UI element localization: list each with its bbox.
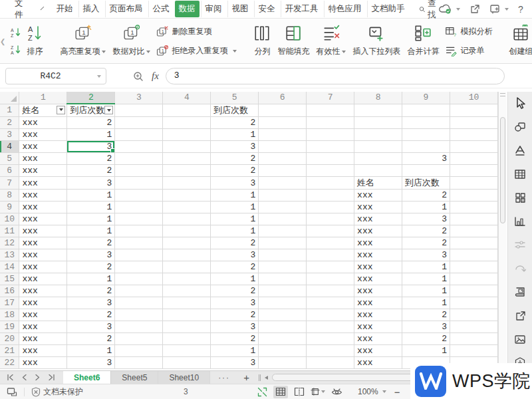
cell-R19C9[interactable]: 3 [402, 321, 450, 333]
share-button[interactable] [469, 4, 480, 14]
cell-R19C1[interactable]: xxx [19, 321, 67, 333]
row-header-17[interactable]: 17 [0, 297, 19, 309]
cell-R7C6[interactable] [259, 177, 307, 190]
cell-R8C4[interactable] [163, 190, 211, 201]
cell-R8C10[interactable] [450, 190, 498, 201]
cell-R17C5[interactable]: 3 [211, 297, 259, 309]
cell-R4C1[interactable]: xxx [19, 141, 67, 153]
cell-R15C2[interactable]: 1 [67, 273, 115, 285]
cell-R12C5[interactable]: 2 [211, 237, 259, 249]
row-header-3[interactable]: 3 [0, 129, 19, 141]
insert-pivot-button[interactable] [512, 190, 528, 205]
row-header-19[interactable]: 19 [0, 321, 19, 333]
cell-R19C6[interactable] [259, 321, 307, 333]
cell-R17C6[interactable] [259, 297, 307, 309]
menu-tab-开始[interactable]: 开始 [53, 1, 77, 17]
menu-tab-视图[interactable]: 视图 [227, 1, 253, 17]
select-cursor-button[interactable] [512, 96, 528, 111]
cell-R10C5[interactable]: 1 [211, 213, 259, 225]
insert-image-button[interactable] [512, 332, 528, 347]
cell-R5C8[interactable] [354, 153, 402, 165]
cell-R3C2[interactable]: 1 [67, 129, 115, 141]
cell-R13C6[interactable] [259, 249, 307, 261]
data-compare-button[interactable]: 1 数据对比 [109, 22, 154, 61]
cell-R17C7[interactable] [307, 297, 354, 309]
cell-R13C10[interactable] [450, 249, 498, 261]
cell-R21C6[interactable] [259, 345, 307, 357]
column-header-9[interactable]: 9 [402, 92, 450, 104]
cell-R7C9[interactable]: 到店次数 [402, 177, 450, 190]
vertical-scrollbar[interactable] [498, 92, 507, 370]
cell-R5C7[interactable] [307, 153, 354, 165]
cell-R2C3[interactable] [115, 117, 163, 129]
cell-R19C5[interactable]: 3 [211, 321, 259, 333]
cell-R6C7[interactable] [307, 165, 354, 177]
cell-R11C5[interactable]: 1 [211, 225, 259, 237]
menu-tab-特色应用[interactable]: 特色应用 [324, 1, 366, 17]
cell-R20C1[interactable]: xxx [19, 333, 67, 345]
sort-button[interactable]: A Z 排序 [23, 22, 46, 61]
row-header-10[interactable]: 10 [0, 213, 19, 225]
record-form-button[interactable]: 记录单 [442, 44, 495, 58]
cell-R3C7[interactable] [307, 129, 354, 141]
highlight-duplicates-button[interactable]: 1 高亮重复项 [57, 22, 109, 61]
remove-duplicates-button[interactable]: 1 删除重复项 [154, 25, 239, 39]
select-all-corner[interactable] [0, 92, 19, 104]
cell-R17C8[interactable]: xxx [354, 297, 402, 309]
consolidate-button[interactable]: 合并计算 [404, 22, 442, 61]
cell-R14C7[interactable] [307, 261, 354, 273]
prev-sheet-icon[interactable] [22, 374, 27, 380]
horizontal-scrollbar[interactable] [272, 374, 415, 381]
menu-tab-数据[interactable]: 数据 [175, 1, 200, 17]
menu-tab-公式[interactable]: 公式 [148, 1, 174, 17]
cell-R4C8[interactable] [354, 141, 402, 153]
column-header-3[interactable]: 3 [115, 92, 163, 104]
fullscreen-view-button[interactable] [255, 386, 269, 398]
sort-az-icon[interactable]: A Z [11, 27, 22, 38]
cell-R1C4[interactable] [163, 104, 211, 117]
zoom-level[interactable]: 100% [358, 387, 378, 396]
cell-R20C7[interactable] [307, 333, 354, 345]
cell-R21C10[interactable] [450, 345, 498, 357]
cell-R21C2[interactable]: 1 [67, 345, 115, 357]
cell-R5C1[interactable]: xxx [19, 153, 67, 165]
cell-R11C9[interactable]: 2 [402, 225, 450, 237]
cell-R22C4[interactable] [163, 357, 211, 369]
insert-dropdown-list-button[interactable]: 插入下拉列表 [349, 22, 404, 61]
column-header-10[interactable]: 10 [450, 92, 498, 104]
cell-R2C5[interactable]: 2 [211, 117, 259, 129]
cell-R12C2[interactable]: 2 [67, 237, 115, 249]
cell-R20C2[interactable]: 2 [67, 333, 115, 345]
cell-R1C1[interactable]: 姓名 [19, 104, 67, 117]
row-header-13[interactable]: 13 [0, 249, 19, 261]
cell-R12C6[interactable] [259, 237, 307, 249]
cell-R15C1[interactable]: xxx [19, 273, 67, 285]
cell-R22C8[interactable]: xxx [354, 357, 402, 369]
chevron-down-icon[interactable] [40, 6, 44, 10]
sheet-tab-Sheet5[interactable]: Sheet5 [111, 371, 158, 384]
cell-R20C10[interactable] [450, 333, 498, 345]
cell-R16C7[interactable] [307, 285, 354, 297]
validation-button[interactable]: 有效性 [313, 22, 349, 61]
cell-R20C8[interactable]: xxx [354, 333, 402, 345]
cell-R2C7[interactable] [307, 117, 354, 129]
cell-R18C3[interactable] [115, 309, 163, 321]
menu-tab-文档助手[interactable]: 文档助手 [367, 1, 409, 17]
cell-R2C9[interactable] [402, 117, 450, 129]
cell-R18C10[interactable] [450, 309, 498, 321]
cell-R1C2[interactable]: 到店次数 [67, 104, 115, 117]
tab-split-handle[interactable] [259, 374, 261, 381]
cell-R7C5[interactable]: 3 [211, 177, 259, 190]
cell-R21C7[interactable] [307, 345, 354, 357]
cell-R3C6[interactable] [259, 129, 307, 141]
row-header-15[interactable]: 15 [0, 273, 19, 285]
cell-R14C8[interactable]: xxx [354, 261, 402, 273]
protection-status[interactable]: 文档未保护 [31, 386, 83, 398]
cell-R3C3[interactable] [115, 129, 163, 141]
column-header-1[interactable]: 1 [19, 92, 67, 104]
cell-R2C10[interactable] [450, 117, 498, 129]
cell-R9C3[interactable] [115, 201, 163, 213]
cell-R14C9[interactable]: 1 [402, 261, 450, 273]
cell-R9C4[interactable] [163, 201, 211, 213]
cell-R1C6[interactable] [259, 104, 307, 117]
